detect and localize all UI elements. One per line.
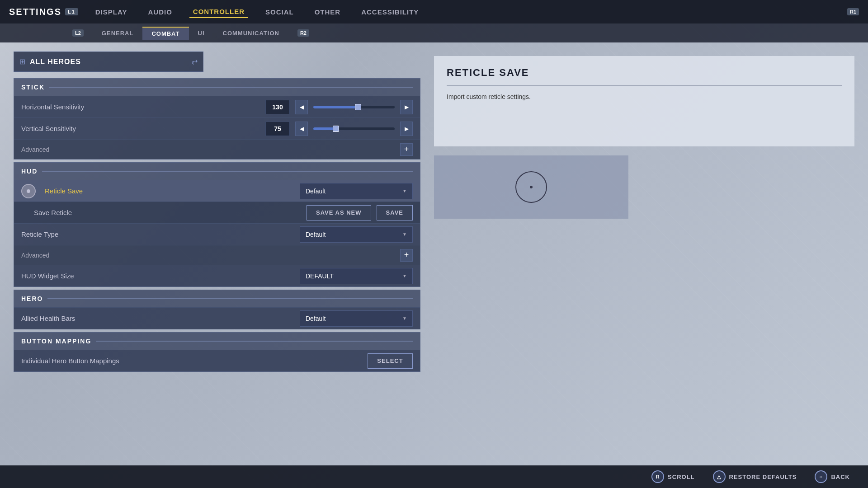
info-description: Import custom reticle settings.: [447, 92, 842, 102]
app-logo: SETTINGS L1: [9, 7, 78, 17]
nav-item-accessibility[interactable]: ACCESSIBILITY: [358, 6, 422, 18]
back-action[interactable]: ○ BACK: [815, 470, 850, 483]
right-badge: R1: [847, 8, 859, 15]
hero-selector[interactable]: ⊞ ALL HEROES ⇄: [14, 52, 203, 72]
allied-health-dropdown-arrow-icon: ▼: [402, 316, 407, 321]
horizontal-sensitivity-decrease[interactable]: ◀: [295, 100, 308, 114]
button-mappings-row: Individual Hero Button Mappings SELECT: [14, 350, 420, 371]
hud-widget-dropdown-value: DEFAULT: [306, 272, 334, 280]
nav-item-audio[interactable]: AUDIO: [145, 6, 176, 18]
button-mapping-line: [96, 341, 413, 342]
stick-advanced-expand[interactable]: +: [400, 143, 413, 156]
stick-advanced-label: Advanced: [21, 146, 400, 153]
horizontal-sensitivity-fill: [313, 106, 358, 108]
vertical-sensitivity-decrease[interactable]: ◀: [295, 122, 308, 136]
sub-nav-combat[interactable]: COMBAT: [142, 27, 189, 40]
logo-text: SETTINGS: [9, 7, 61, 17]
allied-health-dropdown[interactable]: Default ▼: [300, 310, 413, 327]
reticle-save-row: Reticle Save Default ▼: [14, 180, 420, 202]
scroll-label: SCROLL: [668, 474, 694, 480]
reticle-save-label: Reticle Save: [45, 187, 294, 195]
vertical-sensitivity-increase[interactable]: ▶: [400, 122, 413, 136]
allied-health-row: Allied Health Bars Default ▼: [14, 307, 420, 329]
reticle-save-dropdown[interactable]: Default ▼: [300, 183, 413, 199]
hero-icon: ⊞: [19, 57, 25, 66]
reticle-center-dot: [530, 186, 533, 188]
select-button[interactable]: SELECT: [368, 353, 413, 369]
hud-widget-dropdown-arrow-icon: ▼: [402, 273, 407, 278]
hud-section: HUD Reticle Save Default ▼ Reticle Save …: [14, 162, 420, 287]
main-content: ⊞ ALL HEROES ⇄ STICK Horizontal Sensitiv…: [0, 42, 868, 465]
horizontal-sensitivity-slider[interactable]: [313, 106, 395, 108]
allied-health-label: Allied Health Bars: [21, 314, 294, 322]
hero-section: HERO Allied Health Bars Default ▼: [14, 290, 420, 329]
restore-label: RESTORE DEFAULTS: [729, 474, 797, 480]
reticle-type-dropdown[interactable]: Default ▼: [300, 226, 413, 243]
save-reticle-text: Save Reticle: [34, 209, 301, 216]
horizontal-sensitivity-row: Horizontal Sensitivity 130 ◀ ▶: [14, 96, 420, 117]
back-label: BACK: [831, 474, 850, 480]
scroll-action: R SCROLL: [651, 470, 694, 483]
scroll-button-icon: R: [651, 470, 664, 483]
nav-item-display[interactable]: DISPLAY: [92, 6, 131, 18]
stick-section-header: STICK: [14, 79, 420, 96]
nav-item-other[interactable]: OTHER: [311, 6, 344, 18]
sub-nav-general[interactable]: GENERAL: [93, 27, 143, 39]
hud-section-title: HUD: [21, 168, 38, 175]
info-panel: RETICLE SAVE Import custom reticle setti…: [434, 56, 854, 146]
button-mapping-header: BUTTON MAPPING: [14, 333, 420, 350]
stick-section-line: [49, 87, 413, 88]
hud-widget-row: HUD Widget Size DEFAULT ▼: [14, 265, 420, 286]
sub-right-badge: R2: [297, 29, 309, 37]
bottom-bar: R SCROLL △ RESTORE DEFAULTS ○ BACK: [0, 465, 868, 488]
hero-section-line: [47, 298, 413, 299]
hud-section-header: HUD: [14, 163, 420, 180]
nav-item-social[interactable]: SOCIAL: [262, 6, 297, 18]
stick-advanced-row[interactable]: Advanced +: [14, 139, 420, 159]
hud-widget-dropdown[interactable]: DEFAULT ▼: [300, 268, 413, 284]
hero-section-header: HERO: [14, 290, 420, 307]
reticle-circle: [515, 171, 547, 203]
reticle-save-dropdown-value: Default: [306, 188, 326, 195]
restore-defaults-action[interactable]: △ RESTORE DEFAULTS: [713, 470, 797, 483]
stick-section: STICK Horizontal Sensitivity 130 ◀ ▶ Ver…: [14, 78, 420, 160]
hud-advanced-expand[interactable]: +: [400, 249, 413, 262]
hero-selector-arrow-icon: ⇄: [192, 57, 198, 66]
save-as-new-button[interactable]: SAVE AS NEW: [307, 205, 371, 221]
sub-left-badge: L2: [72, 29, 84, 37]
vertical-sensitivity-slider[interactable]: [313, 127, 395, 130]
horizontal-sensitivity-increase[interactable]: ▶: [400, 100, 413, 114]
reticle-indicator-dot: [27, 189, 30, 193]
hud-advanced-label: Advanced: [21, 252, 400, 259]
vertical-sensitivity-thumb[interactable]: [333, 126, 339, 132]
info-title: RETICLE SAVE: [447, 67, 842, 86]
button-mappings-label: Individual Hero Button Mappings: [21, 357, 362, 365]
reticle-save-dropdown-arrow-icon: ▼: [402, 188, 407, 193]
reticle-type-dropdown-arrow-icon: ▼: [402, 232, 407, 237]
hud-section-line: [42, 171, 413, 172]
vertical-sensitivity-row: Vertical Sensitivity 75 ◀ ▶: [14, 117, 420, 139]
reticle-preview: [434, 155, 628, 219]
nav-item-controller[interactable]: CONTROLLER: [189, 6, 248, 18]
allied-health-dropdown-value: Default: [306, 315, 326, 322]
hud-advanced-row[interactable]: Advanced +: [14, 245, 420, 265]
hero-selector-text: ALL HEROES: [30, 58, 187, 66]
horizontal-sensitivity-thumb[interactable]: [355, 104, 361, 110]
stick-section-title: STICK: [21, 84, 45, 91]
hero-section-title: HERO: [21, 295, 43, 302]
sub-navigation: L2 GENERAL COMBAT UI COMMUNICATION R2: [0, 23, 868, 42]
save-button[interactable]: SAVE: [377, 205, 413, 221]
reticle-type-label: Reticle Type: [21, 230, 294, 238]
logo-badge: L1: [65, 8, 78, 15]
restore-button-icon: △: [713, 470, 726, 483]
sub-nav-communication[interactable]: COMMUNICATION: [214, 27, 288, 39]
button-mapping-title: BUTTON MAPPING: [21, 338, 91, 345]
sub-nav-ui[interactable]: UI: [189, 27, 214, 39]
button-mapping-section: BUTTON MAPPING Individual Hero Button Ma…: [14, 332, 420, 372]
reticle-type-dropdown-value: Default: [306, 231, 326, 238]
right-panel: RETICLE SAVE Import custom reticle setti…: [420, 52, 854, 456]
save-reticle-row: Reticle Save Save Reticle SAVE AS NEW SA…: [14, 202, 420, 223]
vertical-sensitivity-label: Vertical Sensitivity: [21, 125, 260, 132]
top-navigation: SETTINGS L1 DISPLAY AUDIO CONTROLLER SOC…: [0, 0, 868, 23]
horizontal-sensitivity-value: 130: [265, 100, 290, 114]
